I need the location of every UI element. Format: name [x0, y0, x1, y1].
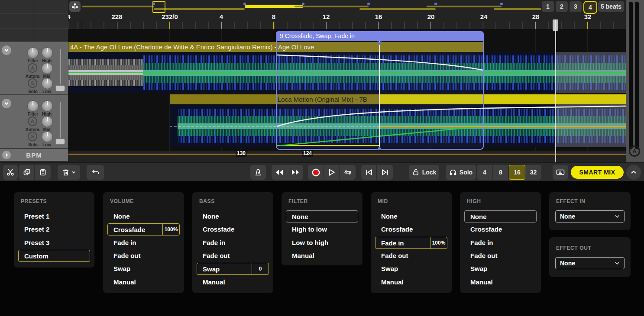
- high-option[interactable]: Swap: [470, 264, 487, 273]
- bass-option-selected[interactable]: Swap 0: [197, 263, 269, 275]
- level-meters-panel: A: [626, 0, 644, 162]
- filter-knob[interactable]: [27, 100, 39, 112]
- skip-to-end-button[interactable]: [377, 165, 393, 180]
- bass-option-value[interactable]: 0: [252, 263, 269, 274]
- overview-transition-dot[interactable]: [500, 3, 503, 5]
- mixer-button[interactable]: [69, 1, 81, 12]
- panel-title: VOLUME: [110, 198, 134, 204]
- paste-button[interactable]: [35, 165, 51, 180]
- cut-button[interactable]: [3, 165, 18, 180]
- transition-label[interactable]: 9 Crossfade, Swap, Fade in: [276, 31, 484, 41]
- zoom-level-8[interactable]: 8: [493, 165, 509, 180]
- bass-option[interactable]: Fade in: [203, 239, 226, 247]
- bar-count-button-4[interactable]: 4: [583, 1, 597, 14]
- overview-transition-dot[interactable]: [243, 3, 246, 5]
- high-option[interactable]: Crossfade: [470, 225, 502, 234]
- effect-in-select[interactable]: None: [555, 210, 625, 222]
- mid-eq-knob[interactable]: [42, 116, 53, 127]
- mid-option[interactable]: Fade out: [381, 252, 408, 260]
- mid-option[interactable]: Crossfade: [381, 225, 413, 234]
- high-eq-knob[interactable]: [42, 47, 53, 58]
- volume-option-selected[interactable]: Crossfade 100%: [107, 223, 180, 235]
- mid-option[interactable]: Manual: [381, 278, 404, 287]
- preset-option-selected[interactable]: Custom: [18, 250, 90, 262]
- lock-button[interactable]: Lock: [409, 165, 439, 180]
- preset-option[interactable]: Preset 3: [24, 239, 49, 247]
- play-button[interactable]: [324, 165, 340, 180]
- volume-option[interactable]: Swap: [113, 264, 130, 273]
- copy-button[interactable]: [19, 165, 35, 180]
- mid-option[interactable]: None: [381, 212, 398, 221]
- smart-mix-button[interactable]: SMART MIX: [571, 166, 624, 179]
- solo-button[interactable]: Solo: [446, 165, 476, 180]
- overview-transition-dot[interactable]: [434, 3, 437, 5]
- volume-option[interactable]: Manual: [113, 278, 136, 287]
- high-option[interactable]: Fade in: [470, 239, 493, 247]
- bass-option[interactable]: Manual: [203, 278, 225, 287]
- transition-divider-handle[interactable]: [379, 41, 380, 150]
- bar-count-button-2[interactable]: 2: [556, 1, 568, 12]
- volume-option[interactable]: Fade out: [113, 252, 141, 260]
- high-eq-knob[interactable]: [42, 100, 53, 112]
- skip-to-start-button[interactable]: [361, 165, 377, 180]
- ruler-label: 8: [272, 13, 275, 20]
- filter-option[interactable]: Manual: [292, 252, 314, 260]
- mid-eq-knob[interactable]: [42, 63, 53, 74]
- mid-option-value[interactable]: 100%: [430, 237, 447, 248]
- overview-transition-dot[interactable]: [367, 3, 370, 5]
- zoom-level-4[interactable]: 4: [477, 165, 493, 180]
- keyboard-shortcuts-button[interactable]: [553, 165, 568, 180]
- automation-toggle[interactable]: A: [28, 116, 37, 126]
- volume-option[interactable]: None: [113, 212, 130, 221]
- undo-button[interactable]: [87, 165, 104, 180]
- automation-toggle[interactable]: A: [28, 63, 37, 73]
- loop-button[interactable]: [340, 165, 356, 180]
- beats-mode-button[interactable]: 5 beats: [598, 1, 624, 12]
- bar-count-button-1[interactable]: 1: [542, 1, 554, 12]
- volume-fader-handle[interactable]: [55, 85, 65, 91]
- solo-toggle[interactable]: S: [28, 78, 37, 88]
- record-button[interactable]: [308, 165, 324, 180]
- ruler-yellow-tick: [273, 22, 274, 29]
- bass-option[interactable]: Fade out: [203, 252, 230, 260]
- filter-option[interactable]: Low to high: [292, 239, 328, 247]
- bpm-automation-line[interactable]: [68, 154, 626, 155]
- low-eq-knob[interactable]: [42, 78, 53, 89]
- low-eq-knob[interactable]: [42, 131, 53, 142]
- preset-option[interactable]: Preset 2: [24, 225, 49, 234]
- effect-out-select[interactable]: None: [555, 257, 625, 269]
- bass-option[interactable]: Crossfade: [203, 225, 234, 234]
- rewind-button[interactable]: [272, 165, 287, 180]
- preset-option[interactable]: Preset 1: [24, 212, 49, 221]
- mid-option-selected[interactable]: Fade in 100%: [375, 237, 447, 249]
- transition-region[interactable]: 9 Crossfade, Swap, Fade in: [276, 31, 484, 150]
- playhead-line[interactable]: [555, 19, 556, 162]
- bar-count-button-3[interactable]: 3: [570, 1, 582, 12]
- metronome-button[interactable]: [250, 165, 266, 180]
- zoom-level-16[interactable]: 16: [509, 165, 525, 180]
- mid-option[interactable]: Swap: [381, 264, 398, 273]
- bass-option[interactable]: None: [203, 212, 219, 221]
- overview-viewport-box[interactable]: [152, 1, 165, 13]
- divider-triangle-bottom: [377, 146, 382, 150]
- preset-option-label: Custom: [19, 250, 90, 261]
- high-option[interactable]: Fade out: [470, 252, 498, 260]
- high-option-selected[interactable]: None: [464, 210, 537, 222]
- fast-forward-button[interactable]: [287, 165, 303, 180]
- filter-option-selected[interactable]: None: [286, 210, 358, 222]
- collapse-channel-button[interactable]: [2, 99, 11, 108]
- delete-button[interactable]: [58, 165, 80, 180]
- high-option[interactable]: Manual: [470, 278, 493, 287]
- zoom-level-32[interactable]: 32: [525, 165, 541, 180]
- filter-option[interactable]: High to low: [292, 225, 327, 234]
- filter-knob[interactable]: [27, 47, 39, 58]
- collapse-channel-button[interactable]: [2, 45, 11, 55]
- volume-fader-handle[interactable]: [55, 139, 65, 145]
- volume-option[interactable]: Fade in: [113, 239, 136, 247]
- collapse-editor-button[interactable]: [626, 165, 641, 180]
- solo-toggle[interactable]: S: [28, 132, 37, 141]
- keyboard-icon: [556, 169, 565, 176]
- expand-bpm-lane-button[interactable]: [2, 151, 11, 159]
- volume-option-value[interactable]: 100%: [162, 224, 179, 235]
- overview-transition-dot[interactable]: [302, 3, 304, 5]
